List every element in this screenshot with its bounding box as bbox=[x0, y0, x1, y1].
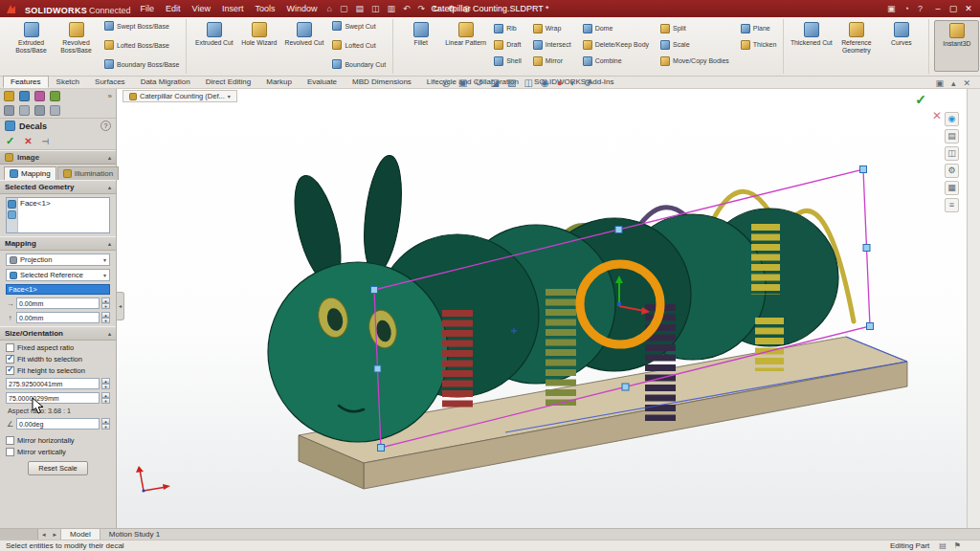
featuremanager-tab-icon[interactable] bbox=[4, 91, 14, 101]
cancel-button[interactable]: ✕ bbox=[24, 136, 32, 146]
ribbon-large-button[interactable]: Hole Wizard bbox=[236, 20, 281, 72]
fit-width-checkbox[interactable]: ✓ Fit width to selection bbox=[6, 355, 110, 364]
ribbon-small-button[interactable]: Boundary Boss/Base bbox=[102, 59, 181, 69]
notifications-icon[interactable]: ◔ bbox=[904, 5, 909, 13]
undo-icon[interactable]: ↶ bbox=[403, 5, 411, 13]
ribbon-large-button[interactable]: Extruded Boss/Base bbox=[9, 20, 54, 72]
projection-type-select[interactable]: Projection ▾ bbox=[6, 253, 110, 266]
new-document-icon[interactable]: ▢ bbox=[340, 5, 348, 13]
ribbon-small-button[interactable]: Rib bbox=[492, 24, 523, 33]
graphics-viewport[interactable]: Caterpillar Counting (Def... ▾ ✓ ✕ ◉▤◫⚙▦… bbox=[117, 89, 967, 528]
reference-type-select[interactable]: Selected Reference ▾ bbox=[6, 269, 110, 281]
configurationmanager-tab-icon[interactable] bbox=[34, 91, 45, 101]
display-style-icon[interactable]: ◫ bbox=[523, 78, 532, 88]
mapping-reference-field[interactable]: Face<1> bbox=[6, 284, 110, 295]
tab-data-migration[interactable]: Data Migration bbox=[133, 76, 198, 88]
spin-down-button[interactable]: ▼ bbox=[101, 318, 110, 323]
custom-properties-icon[interactable]: ▤ bbox=[939, 541, 947, 550]
tab-scroll-left-icon[interactable]: ◂ bbox=[38, 529, 50, 540]
expand-pane-icon[interactable]: ▣ bbox=[935, 78, 944, 88]
redo-icon[interactable]: ↷ bbox=[418, 5, 426, 13]
vertical-offset-field[interactable]: 0.00mm bbox=[16, 312, 100, 323]
menu-item[interactable]: Insert bbox=[220, 4, 246, 13]
menu-item[interactable]: File bbox=[139, 4, 157, 13]
compass-icon[interactable]: ◉ bbox=[945, 112, 959, 126]
save-icon[interactable]: ◫ bbox=[371, 5, 380, 13]
filter-icon[interactable] bbox=[19, 105, 30, 116]
ribbon-small-button[interactable]: Split bbox=[658, 24, 731, 33]
home-panel-icon[interactable]: ▤ bbox=[945, 129, 959, 143]
menu-item[interactable]: Edit bbox=[164, 4, 183, 13]
spin-down-button[interactable]: ▼ bbox=[101, 384, 110, 389]
spin-down-button[interactable]: ▼ bbox=[101, 424, 110, 430]
tab-model[interactable]: Model bbox=[60, 529, 100, 540]
ribbon-small-button[interactable]: Lofted Cut bbox=[330, 40, 388, 50]
open-icon[interactable]: ▤ bbox=[355, 5, 364, 13]
ribbon-large-button[interactable]: Linear Pattern bbox=[443, 20, 488, 72]
selected-geometry-header[interactable]: Selected Geometry ▴ bbox=[0, 180, 116, 194]
close-button[interactable]: ✕ bbox=[962, 4, 975, 13]
tab-sketch[interactable]: Sketch bbox=[49, 76, 87, 88]
decal-width-field[interactable]: 275.92500041mm bbox=[6, 378, 100, 389]
tab-motion-study[interactable]: Motion Study 1 bbox=[100, 529, 168, 540]
document-tab[interactable]: Caterpillar Counting (Def... ▾ bbox=[122, 90, 237, 102]
ribbon-small-button[interactable]: Draft bbox=[492, 40, 523, 50]
size-orientation-header[interactable]: Size/Orientation ▴ bbox=[0, 326, 116, 341]
instant3d-button[interactable]: Instant3D bbox=[934, 20, 979, 72]
confirm-ok-icon[interactable]: ✓ bbox=[915, 92, 926, 107]
apply-scene-icon[interactable]: ◐ bbox=[570, 78, 576, 88]
tab-direct-editing[interactable]: Direct Editing bbox=[198, 76, 259, 88]
tab-markup[interactable]: Markup bbox=[258, 76, 300, 88]
horizontal-offset-field[interactable]: 0.00mm bbox=[16, 298, 100, 309]
ribbon-small-button[interactable]: Wrap bbox=[531, 24, 573, 33]
ribbon-large-button[interactable]: Reference Geometry bbox=[834, 20, 879, 72]
edge-filter-icon[interactable] bbox=[8, 210, 16, 219]
ribbon-small-button[interactable]: Thicken bbox=[739, 40, 779, 50]
properties-panel-icon[interactable]: ◫ bbox=[945, 146, 959, 161]
ribbon-large-button[interactable]: Curves bbox=[879, 20, 924, 72]
print-icon[interactable]: ▥ bbox=[387, 5, 395, 13]
tab-mapping[interactable]: Mapping bbox=[4, 166, 56, 180]
ribbon-small-button[interactable]: Shell bbox=[492, 56, 523, 66]
panel-collapse-handle[interactable]: ◂ bbox=[117, 292, 124, 320]
ribbon-small-button[interactable]: Mirror bbox=[531, 56, 573, 66]
mapping-header[interactable]: Mapping ▴ bbox=[0, 236, 116, 251]
ribbon-small-button[interactable]: Intersect bbox=[531, 40, 573, 50]
ribbon-small-button[interactable]: Scale bbox=[658, 40, 731, 50]
ribbon-small-button[interactable]: Boundary Cut bbox=[330, 59, 388, 69]
3d-scene[interactable] bbox=[117, 89, 967, 528]
ribbon-small-button[interactable]: Move/Copy Bodies bbox=[658, 56, 731, 66]
task-pane-strip[interactable] bbox=[967, 89, 980, 528]
help-icon[interactable]: ? bbox=[918, 5, 923, 13]
tab-illumination[interactable]: Illumination bbox=[57, 166, 119, 180]
reset-scale-button[interactable]: Reset Scale bbox=[28, 461, 87, 475]
edit-appearance-icon[interactable]: ● bbox=[557, 78, 563, 88]
help-panel-icon[interactable]: ≡ bbox=[945, 198, 959, 212]
spin-down-button[interactable]: ▼ bbox=[101, 398, 110, 404]
tag-icon[interactable]: ⚑ bbox=[954, 541, 961, 550]
mirror-vertical-checkbox[interactable]: ✓ Mirror vertically bbox=[6, 448, 110, 456]
decal-height-field[interactable]: 75.00000299mm bbox=[6, 392, 100, 404]
tab-surfaces[interactable]: Surfaces bbox=[87, 76, 133, 88]
zoom-fit-icon[interactable]: ◎ bbox=[442, 78, 451, 88]
tab-mbd-dimensions[interactable]: MBD Dimensions bbox=[345, 76, 419, 88]
ribbon-large-button[interactable]: Revolved Boss/Base bbox=[54, 20, 99, 72]
pin-commandmanager-icon[interactable]: ▴ bbox=[951, 78, 956, 88]
hide-show-items-icon[interactable]: ◉ bbox=[541, 78, 549, 88]
ribbon-small-button[interactable]: Lofted Boss/Base bbox=[102, 40, 181, 50]
pin-button[interactable]: ⊣ bbox=[42, 137, 50, 146]
help-icon[interactable]: ? bbox=[100, 121, 111, 131]
selected-geometry-list[interactable]: Face<1> bbox=[6, 197, 110, 233]
image-section-header[interactable]: Image ▴ bbox=[0, 150, 116, 165]
home-icon[interactable]: ⌂ bbox=[326, 5, 331, 13]
confirm-cancel-icon[interactable]: ✕ bbox=[932, 109, 942, 122]
expand-all-icon[interactable] bbox=[34, 105, 45, 116]
spin-down-button[interactable]: ▼ bbox=[101, 303, 110, 309]
display-pane-icon[interactable] bbox=[50, 105, 60, 116]
view-settings-icon[interactable]: ⚙ bbox=[584, 78, 592, 88]
fixed-aspect-checkbox[interactable]: ✓ Fixed aspect ratio bbox=[6, 343, 110, 352]
ribbon-small-button[interactable]: Swept Cut bbox=[330, 21, 388, 31]
rotation-field[interactable]: 0.00deg bbox=[16, 418, 100, 430]
view-orientation-icon[interactable]: ▧ bbox=[507, 78, 516, 88]
ribbon-large-button[interactable]: Revolved Cut bbox=[281, 20, 326, 72]
